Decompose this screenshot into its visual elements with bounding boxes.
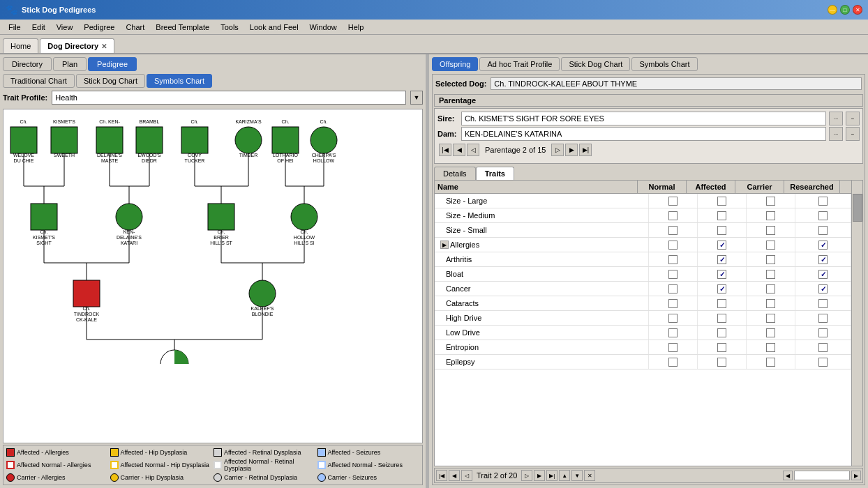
minimize-button[interactable]: — bbox=[828, 5, 837, 15]
subtab-pedigree[interactable]: Pedigree bbox=[88, 57, 137, 71]
checkbox-carrier[interactable] bbox=[766, 226, 775, 235]
dog-lothario[interactable] bbox=[272, 127, 299, 153]
trait-researched-cell[interactable] bbox=[795, 238, 851, 252]
checkbox-researched[interactable] bbox=[818, 299, 828, 308]
trait-carrier-cell[interactable] bbox=[747, 223, 795, 237]
checkbox-affected[interactable] bbox=[717, 299, 726, 308]
checkbox-normal[interactable] bbox=[668, 211, 678, 220]
checkbox-normal[interactable] bbox=[668, 270, 678, 279]
trait-researched-cell[interactable] bbox=[795, 326, 851, 340]
scroll-right[interactable]: ▶ bbox=[851, 471, 861, 480]
trait-normal-cell[interactable] bbox=[649, 296, 698, 310]
close-button[interactable]: ✕ bbox=[853, 5, 862, 15]
dog-tindrock-kaleef[interactable] bbox=[73, 280, 100, 307]
trait-carrier-cell[interactable] bbox=[747, 208, 795, 222]
checkbox-carrier[interactable] bbox=[766, 255, 775, 264]
trait-affected-cell[interactable] bbox=[698, 311, 747, 325]
nav-last-button[interactable]: ▶| bbox=[579, 144, 592, 156]
checkbox-normal[interactable] bbox=[668, 197, 678, 206]
dt-tab-details[interactable]: Details bbox=[434, 167, 476, 180]
right-tab-stick-dog[interactable]: Stick Dog Chart bbox=[561, 57, 630, 71]
checkbox-normal[interactable] bbox=[668, 358, 678, 367]
trait-normal-cell[interactable] bbox=[649, 355, 698, 369]
trait-affected-cell[interactable] bbox=[698, 355, 747, 369]
trait-normal-cell[interactable] bbox=[649, 194, 698, 208]
dog-bramblewood[interactable] bbox=[136, 127, 163, 153]
nav-next-button[interactable]: ▶ bbox=[565, 144, 578, 156]
dog-welove[interactable] bbox=[10, 127, 37, 153]
checkbox-affected[interactable] bbox=[717, 270, 726, 279]
trait-researched-cell[interactable] bbox=[795, 355, 851, 369]
trait-affected-cell[interactable] bbox=[698, 282, 747, 296]
checkbox-researched[interactable] bbox=[818, 226, 828, 235]
nav-prev-button[interactable]: ◀ bbox=[453, 144, 465, 156]
dam-details-button[interactable]: ··· bbox=[829, 127, 843, 141]
menu-view[interactable]: View bbox=[51, 22, 79, 33]
nav-first-button[interactable]: |◀ bbox=[439, 144, 451, 156]
expand-button[interactable]: ▶ bbox=[440, 241, 449, 249]
checkbox-carrier[interactable] bbox=[766, 358, 775, 367]
dog-covy-tucker[interactable] bbox=[181, 127, 208, 153]
tab-dog-directory[interactable]: Dog Directory ✕ bbox=[40, 38, 114, 53]
checkbox-normal[interactable] bbox=[668, 314, 678, 323]
scroll-track[interactable] bbox=[794, 471, 850, 480]
right-tab-symbols[interactable]: Symbols Chart bbox=[631, 57, 697, 71]
checkbox-normal[interactable] bbox=[668, 284, 678, 293]
dam-input[interactable] bbox=[461, 127, 826, 141]
dog-brier-hills[interactable] bbox=[208, 204, 234, 230]
trait-researched-cell[interactable] bbox=[795, 296, 851, 310]
trait-nav-close[interactable]: ✕ bbox=[584, 470, 595, 481]
trait-normal-cell[interactable] bbox=[649, 238, 698, 252]
trait-nav-next[interactable]: ▷ bbox=[521, 470, 532, 481]
dog-ken-katarina[interactable] bbox=[116, 204, 142, 230]
scroll-left[interactable]: ◀ bbox=[783, 471, 793, 480]
trait-affected-cell[interactable] bbox=[698, 296, 747, 310]
subtab-directory[interactable]: Directory bbox=[3, 57, 52, 71]
checkbox-carrier[interactable] bbox=[766, 211, 775, 220]
menu-window[interactable]: Window bbox=[304, 22, 343, 33]
checkbox-carrier[interactable] bbox=[766, 284, 775, 293]
trait-affected-cell[interactable] bbox=[698, 223, 747, 237]
trait-affected-cell[interactable] bbox=[698, 252, 747, 266]
trait-researched-cell[interactable] bbox=[795, 311, 851, 325]
dt-tab-traits[interactable]: Traits bbox=[476, 167, 514, 180]
trait-carrier-cell[interactable] bbox=[747, 355, 795, 369]
trait-nav-first[interactable]: |◀ bbox=[436, 470, 447, 481]
trait-normal-cell[interactable] bbox=[649, 282, 698, 296]
checkbox-affected[interactable] bbox=[717, 211, 726, 220]
checkbox-researched[interactable] bbox=[818, 328, 828, 337]
checkbox-affected[interactable] bbox=[717, 328, 726, 337]
checkbox-affected[interactable] bbox=[717, 314, 726, 323]
checkbox-carrier[interactable] bbox=[766, 343, 775, 352]
trait-carrier-cell[interactable] bbox=[747, 340, 795, 354]
trait-normal-cell[interactable] bbox=[649, 311, 698, 325]
trait-nav-last[interactable]: ▶| bbox=[546, 470, 558, 481]
checkbox-researched[interactable] bbox=[818, 241, 828, 250]
menu-pedigree[interactable]: Pedigree bbox=[78, 22, 120, 33]
dog-kaleef-blondie[interactable] bbox=[249, 280, 276, 307]
checkbox-carrier[interactable] bbox=[766, 197, 775, 206]
checkbox-researched[interactable] bbox=[818, 211, 828, 220]
traits-scrollbar[interactable] bbox=[851, 194, 862, 466]
trait-normal-cell[interactable] bbox=[649, 340, 698, 354]
sire-input[interactable] bbox=[461, 112, 826, 125]
menu-file[interactable]: File bbox=[3, 22, 27, 33]
checkbox-normal[interactable] bbox=[668, 226, 678, 235]
trait-researched-cell[interactable] bbox=[795, 267, 851, 281]
right-tab-adhoc[interactable]: Ad hoc Trait Profile bbox=[479, 57, 560, 71]
checkbox-researched[interactable] bbox=[818, 270, 828, 279]
checkbox-researched[interactable] bbox=[818, 284, 828, 293]
dog-karizma[interactable] bbox=[235, 127, 262, 153]
trait-normal-cell[interactable] bbox=[649, 223, 698, 237]
checkbox-carrier[interactable] bbox=[766, 299, 775, 308]
checkbox-affected[interactable] bbox=[717, 226, 726, 235]
trait-profile-input[interactable] bbox=[52, 91, 406, 105]
maximize-button[interactable]: □ bbox=[840, 5, 850, 15]
traits-scroll-wrapper[interactable]: Size - LargeSize - MediumSize - Small▶Al… bbox=[435, 194, 851, 466]
trait-researched-cell[interactable] bbox=[795, 223, 851, 237]
trait-normal-cell[interactable] bbox=[649, 208, 698, 222]
trait-profile-dropdown[interactable]: ▼ bbox=[410, 91, 423, 105]
trait-affected-cell[interactable] bbox=[698, 340, 747, 354]
checkbox-carrier[interactable] bbox=[766, 241, 775, 250]
checkbox-normal[interactable] bbox=[668, 241, 678, 250]
